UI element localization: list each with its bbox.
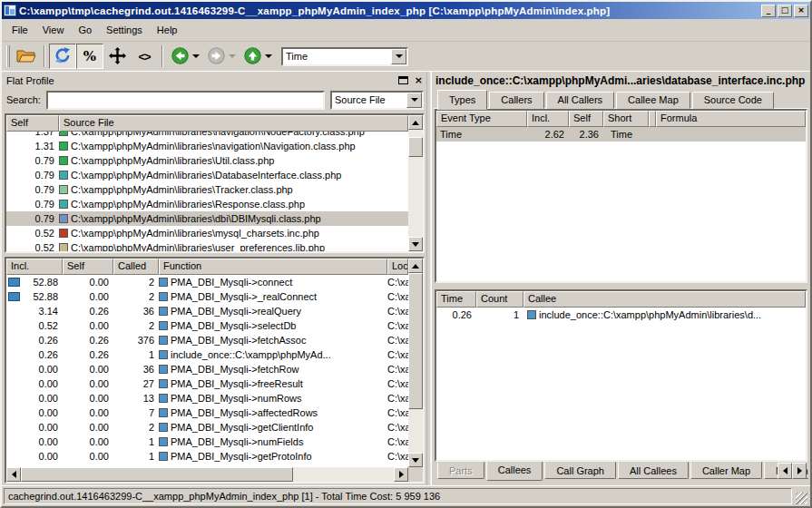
- table-row[interactable]: 0.000.007PMA_DBI_Mysqli->affectedRowsC:\…: [6, 405, 408, 420]
- menu-view[interactable]: View: [35, 22, 72, 38]
- close-button[interactable]: ×: [794, 5, 808, 17]
- column-header-called[interactable]: Called: [113, 259, 159, 275]
- menu-settings[interactable]: Settings: [99, 22, 150, 38]
- toolbar-grip[interactable]: [6, 45, 10, 67]
- column-header-source-file[interactable]: Source File: [59, 115, 408, 132]
- relative-to-parent-button[interactable]: [103, 44, 131, 69]
- status-text: cachegrind.out.1416463299-C__xampp_phpMy…: [4, 488, 792, 504]
- column-header-self[interactable]: Self: [63, 259, 113, 275]
- tab-all-callers[interactable]: All Callers: [546, 92, 615, 109]
- table-row[interactable]: 0.260.261include_once::C:\xampp\phpMyAd.…: [6, 347, 408, 362]
- table-row[interactable]: 0.000.0036PMA_DBI_Mysqli->fetchRowC:\xam…: [6, 362, 408, 376]
- tab-caller-map[interactable]: Caller Map: [690, 462, 762, 479]
- back-button[interactable]: [167, 44, 203, 69]
- up-button[interactable]: [240, 44, 276, 69]
- column-header-self[interactable]: Self: [569, 111, 603, 127]
- column-header-formula[interactable]: Formula: [656, 111, 806, 127]
- maximize-button[interactable]: □: [778, 5, 792, 17]
- group-by-combobox[interactable]: Source File: [330, 91, 424, 110]
- table-row[interactable]: 52.880.002PMA_DBI_Mysqli->_realConnectC:…: [6, 289, 408, 304]
- scroll-down-button[interactable]: [408, 453, 423, 467]
- scroll-track[interactable]: [293, 467, 394, 482]
- tab-call-graph[interactable]: Call Graph: [544, 462, 616, 479]
- table-row[interactable]: 0.000.002PMA_DBI_Mysqli->getClientInfoC:…: [6, 420, 408, 435]
- scroll-track[interactable]: [408, 157, 423, 237]
- scroll-thumb[interactable]: [408, 137, 423, 157]
- combo-dropdown-button[interactable]: [406, 93, 422, 108]
- column-header-short[interactable]: Short: [603, 111, 649, 127]
- back-dropdown-arrow[interactable]: [192, 54, 200, 58]
- table-row[interactable]: 0.000.001PMA_DBI_Mysqli->getProtoInfoC:\…: [6, 449, 408, 464]
- file-color-icon: [59, 200, 68, 209]
- column-header-count[interactable]: Count: [476, 291, 523, 308]
- dock-titlebar[interactable]: Flat Profile ×: [5, 73, 425, 88]
- table-row[interactable]: 0.000.0013PMA_DBI_Mysqli->numRowsC:\xamp…: [6, 391, 408, 405]
- tab-all-callees[interactable]: All Callees: [618, 462, 689, 479]
- column-header-time[interactable]: Time: [436, 291, 476, 308]
- cell-function: PMA_DBI_Mysqli->_realConnect: [159, 289, 387, 304]
- scroll-thumb[interactable]: [408, 273, 423, 409]
- table-row[interactable]: 0.261include_once::C:\xampp\phpMyAdmin\l…: [436, 308, 806, 322]
- table-row[interactable]: 52.880.002PMA_DBI_Mysqli->connectC:\xamp…: [6, 275, 408, 289]
- search-input[interactable]: [46, 91, 325, 110]
- title-bar[interactable]: C:\xampp\tmp\cachegrind.out.1416463299-C…: [2, 2, 810, 19]
- dock-float-icon[interactable]: [398, 76, 408, 84]
- tab-scroll-left-button[interactable]: [778, 463, 792, 479]
- function-table-hscrollbar[interactable]: [6, 467, 408, 482]
- column-header-incl-[interactable]: Incl.: [527, 111, 569, 127]
- up-dropdown-arrow[interactable]: [265, 54, 272, 58]
- table-row[interactable]: 0.79C:\xampp\phpMyAdmin\libraries\Tracke…: [6, 182, 408, 197]
- shorten-templates-button[interactable]: <>: [131, 44, 158, 69]
- scroll-up-button[interactable]: [408, 115, 423, 130]
- incl-value: 0.00: [6, 391, 58, 405]
- tab-types[interactable]: Types: [437, 90, 487, 110]
- menu-go[interactable]: Go: [71, 22, 99, 38]
- tab-callers[interactable]: Callers: [489, 92, 543, 109]
- column-header-event-type[interactable]: Event Type: [436, 111, 527, 127]
- table-row[interactable]: 0.000.001PMA_DBI_Mysqli->numFieldsC:\xam…: [6, 435, 408, 449]
- table-row[interactable]: 3.140.2636PMA_DBI_Mysqli->realQueryC:\xa…: [6, 304, 408, 318]
- table-row[interactable]: 1.31C:\xampp\phpMyAdmin\libraries\naviga…: [6, 139, 408, 153]
- tab-scroll-right-button[interactable]: [792, 463, 807, 479]
- column-header-function[interactable]: Function: [159, 259, 387, 275]
- tab-callee-map[interactable]: Callee Map: [616, 92, 690, 109]
- scroll-track[interactable]: [408, 409, 423, 453]
- table-row[interactable]: 0.79C:\xampp\phpMyAdmin\libraries\Respon…: [6, 197, 408, 211]
- tab-source-code[interactable]: Source Code: [692, 92, 774, 109]
- column-header-callee[interactable]: Callee: [523, 291, 806, 308]
- detail-splitter[interactable]: [434, 283, 808, 289]
- cycle-detection-button[interactable]: [49, 44, 76, 69]
- table-row[interactable]: 0.79C:\xampp\phpMyAdmin\libraries\dbi\DB…: [6, 211, 408, 226]
- menu-file[interactable]: File: [5, 22, 35, 38]
- table-row[interactable]: 0.79C:\xampp\phpMyAdmin\libraries\Databa…: [6, 168, 408, 182]
- dock-close-icon[interactable]: ×: [415, 75, 423, 85]
- table-row[interactable]: 0.520.002PMA_DBI_Mysqli->selectDbC:\xamp…: [6, 318, 408, 333]
- resize-grip[interactable]: [796, 493, 807, 504]
- menu-help[interactable]: Help: [150, 22, 185, 38]
- relative-percent-button[interactable]: %: [76, 44, 103, 69]
- minimize-button[interactable]: _: [761, 5, 776, 17]
- table-row[interactable]: 0.260.26376PMA_DBI_Mysqli->fetchAssocC:\…: [6, 333, 408, 347]
- scroll-up-button[interactable]: [408, 259, 423, 273]
- scroll-thumb[interactable]: [21, 467, 293, 482]
- table-row[interactable]: Time2.622.36Time: [436, 127, 806, 142]
- column-header-incl-[interactable]: Incl.: [6, 259, 63, 275]
- function-table-vscrollbar[interactable]: [408, 259, 423, 467]
- scroll-left-button[interactable]: [6, 467, 21, 482]
- tab-callees[interactable]: Callees: [486, 462, 543, 481]
- table-row[interactable]: 0.52C:\xampp\phpMyAdmin\libraries\user_p…: [6, 240, 408, 251]
- table-row[interactable]: 0.52C:\xampp\phpMyAdmin\libraries\mysql_…: [6, 226, 408, 240]
- cell-function: PMA_DBI_Mysqli->fetchAssoc: [159, 333, 387, 347]
- table-row[interactable]: 0.79C:\xampp\phpMyAdmin\libraries\Util.c…: [6, 153, 408, 168]
- scroll-down-button[interactable]: [408, 237, 423, 251]
- source-list-vscrollbar[interactable]: [408, 115, 423, 251]
- column-header-location[interactable]: Location: [387, 259, 408, 275]
- open-file-button[interactable]: [13, 44, 40, 69]
- table-row[interactable]: 1.37C:\xampp\phpMyAdmin\libraries\naviga…: [6, 132, 408, 139]
- column-header-self[interactable]: Self: [6, 115, 59, 132]
- table-row[interactable]: 0.000.0027PMA_DBI_Mysqli->freeResultC:\x…: [6, 376, 408, 391]
- event-type-combobox[interactable]: Time: [281, 47, 408, 66]
- cell-location: C:\xampp\phpMy...: [387, 376, 408, 391]
- scroll-right-button[interactable]: [394, 467, 408, 482]
- combo-dropdown-button[interactable]: [391, 49, 406, 64]
